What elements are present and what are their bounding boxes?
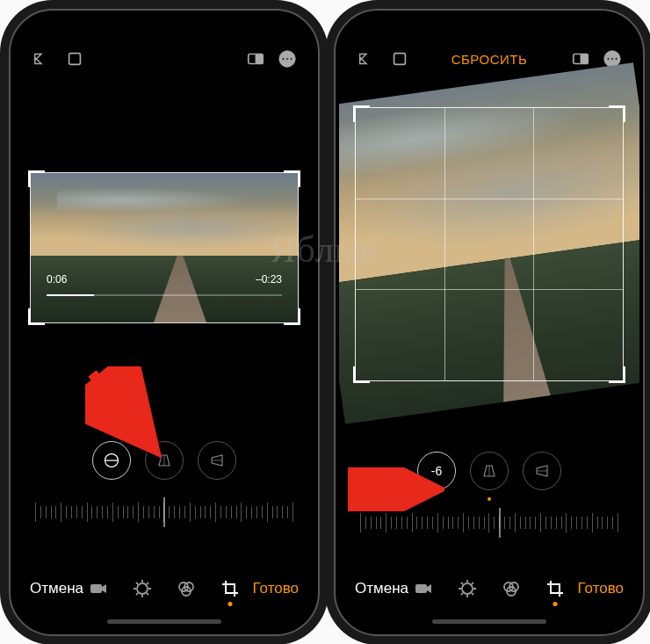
- svg-rect-19: [581, 54, 588, 64]
- flip-vertical-icon[interactable]: [357, 49, 376, 69]
- crop-frame[interactable]: [355, 107, 624, 381]
- svg-point-22: [611, 58, 614, 61]
- annotation-arrow: [348, 467, 444, 515]
- tab-filters[interactable]: [501, 578, 522, 599]
- annotation-arrow: [85, 366, 173, 467]
- vertical-perspective-button[interactable]: [470, 452, 509, 490]
- svg-rect-0: [69, 54, 81, 65]
- edit-tabs: [413, 578, 566, 599]
- ruler-center-mark: [499, 508, 500, 538]
- home-indicator: [107, 619, 221, 624]
- phone-mockup-right: СБРОСИТЬ: [334, 9, 645, 636]
- crop-frame[interactable]: 0:06 –0:23: [30, 172, 299, 323]
- svg-rect-2: [256, 54, 263, 64]
- svg-rect-17: [394, 54, 406, 65]
- tab-crop[interactable]: [545, 578, 566, 599]
- rotate-icon[interactable]: [390, 49, 409, 69]
- done-button[interactable]: Готово: [253, 580, 300, 597]
- video-preview: [31, 173, 298, 322]
- tab-adjust[interactable]: [132, 578, 153, 599]
- ruler-center-mark: [164, 497, 165, 527]
- horizontal-perspective-button[interactable]: [523, 452, 561, 490]
- home-indicator: [432, 619, 546, 624]
- top-toolbar: [14, 46, 314, 72]
- svg-rect-11: [90, 584, 102, 593]
- tab-filters[interactable]: [176, 578, 197, 599]
- done-button[interactable]: Готово: [578, 580, 625, 597]
- tab-video[interactable]: [413, 578, 434, 599]
- ruler-origin-dot: [488, 497, 491, 501]
- screen-right: СБРОСИТЬ: [339, 14, 639, 631]
- more-icon[interactable]: [278, 49, 297, 69]
- horizontal-perspective-button[interactable]: [198, 441, 236, 480]
- bottom-toolbar: Отмена Готово: [339, 569, 639, 608]
- svg-point-6: [290, 58, 292, 61]
- cancel-button[interactable]: Отмена: [355, 580, 408, 597]
- svg-point-21: [607, 58, 610, 61]
- device-notch: [90, 11, 239, 35]
- video-elapsed-label: 0:06: [47, 273, 67, 286]
- tab-crop[interactable]: [220, 578, 241, 599]
- tab-adjust[interactable]: [457, 578, 478, 599]
- cancel-button[interactable]: Отмена: [30, 580, 83, 597]
- video-scrubber[interactable]: [47, 294, 282, 296]
- svg-line-16: [92, 373, 148, 442]
- phone-mockup-left: 0:06 –0:23 Отмен: [9, 9, 320, 636]
- svg-point-5: [286, 58, 289, 61]
- flip-vertical-icon[interactable]: [32, 49, 51, 69]
- tab-video[interactable]: [88, 578, 109, 599]
- aspect-ratio-icon[interactable]: [571, 49, 590, 69]
- rotate-icon[interactable]: [65, 49, 84, 69]
- bottom-toolbar: Отмена Готово: [14, 569, 314, 608]
- reset-button[interactable]: СБРОСИТЬ: [451, 52, 528, 67]
- screen-left: 0:06 –0:23 Отмен: [14, 14, 314, 631]
- svg-point-12: [137, 583, 148, 594]
- svg-point-4: [282, 58, 285, 61]
- adjustment-ruler[interactable]: [33, 492, 295, 532]
- svg-point-27: [462, 583, 473, 594]
- video-remaining-label: –0:23: [256, 273, 282, 286]
- aspect-ratio-icon[interactable]: [246, 49, 265, 69]
- edit-tabs: [88, 578, 241, 599]
- device-notch: [415, 11, 564, 35]
- svg-rect-26: [415, 584, 427, 593]
- svg-point-23: [615, 58, 618, 61]
- comparison-canvas: Яблык: [0, 0, 650, 644]
